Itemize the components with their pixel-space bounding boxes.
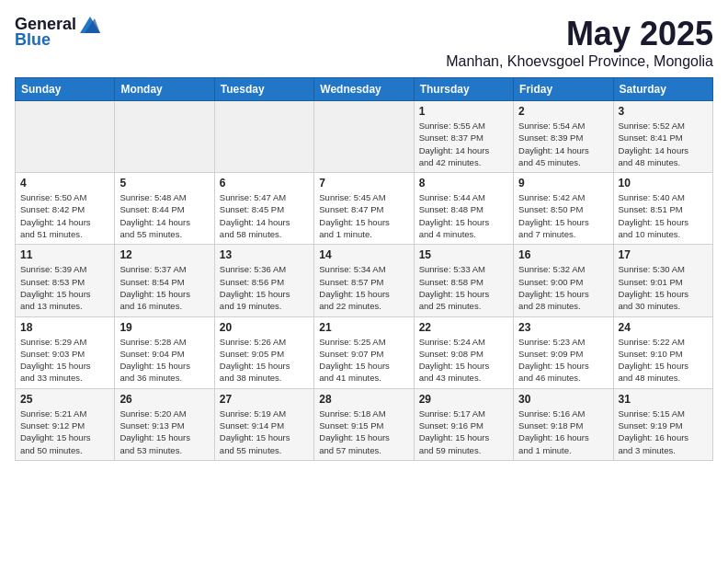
day-number: 26 [119, 393, 209, 406]
column-header-sunday: Sunday [16, 78, 115, 101]
day-info: Sunrise: 5:20 AM Sunset: 9:13 PM Dayligh… [119, 408, 209, 456]
day-info: Sunrise: 5:34 AM Sunset: 8:57 PM Dayligh… [319, 263, 408, 312]
day-number: 10 [619, 177, 708, 190]
calendar-cell: 28Sunrise: 5:18 AM Sunset: 9:15 PM Dayli… [314, 388, 414, 460]
day-info: Sunrise: 5:33 AM Sunset: 8:58 PM Dayligh… [419, 263, 508, 312]
calendar-cell: 26Sunrise: 5:20 AM Sunset: 9:13 PM Dayli… [115, 388, 214, 460]
day-number: 13 [220, 248, 309, 261]
column-header-saturday: Saturday [613, 78, 712, 101]
day-info: Sunrise: 5:52 AM Sunset: 8:41 PM Dayligh… [619, 120, 708, 168]
day-number: 24 [619, 321, 708, 334]
day-info: Sunrise: 5:55 AM Sunset: 8:37 PM Dayligh… [419, 120, 508, 168]
day-info: Sunrise: 5:29 AM Sunset: 9:03 PM Dayligh… [20, 336, 109, 385]
day-info: Sunrise: 5:19 AM Sunset: 9:14 PM Dayligh… [220, 408, 309, 456]
column-header-thursday: Thursday [414, 78, 513, 101]
calendar-cell: 21Sunrise: 5:25 AM Sunset: 9:07 PM Dayli… [314, 316, 414, 388]
day-number: 20 [220, 321, 309, 334]
calendar-cell: 19Sunrise: 5:28 AM Sunset: 9:04 PM Dayli… [115, 316, 214, 388]
page-header: General Blue May 2025 Manhan, Khoevsgoel… [15, 15, 713, 70]
day-number: 4 [20, 177, 109, 190]
calendar-cell: 29Sunrise: 5:17 AM Sunset: 9:16 PM Dayli… [414, 388, 513, 460]
calendar-cell: 4Sunrise: 5:50 AM Sunset: 8:42 PM Daylig… [16, 173, 115, 245]
calendar-cell [314, 101, 414, 173]
day-info: Sunrise: 5:50 AM Sunset: 8:42 PM Dayligh… [20, 191, 109, 240]
day-info: Sunrise: 5:16 AM Sunset: 9:18 PM Dayligh… [518, 408, 608, 456]
calendar-cell: 31Sunrise: 5:15 AM Sunset: 9:19 PM Dayli… [613, 388, 712, 460]
day-info: Sunrise: 5:32 AM Sunset: 9:00 PM Dayligh… [518, 263, 608, 312]
day-info: Sunrise: 5:17 AM Sunset: 9:16 PM Dayligh… [419, 408, 508, 456]
day-number: 12 [119, 248, 209, 261]
day-info: Sunrise: 5:24 AM Sunset: 9:08 PM Dayligh… [419, 336, 508, 385]
column-header-wednesday: Wednesday [314, 78, 414, 101]
day-number: 27 [220, 393, 309, 406]
calendar-cell: 18Sunrise: 5:29 AM Sunset: 9:03 PM Dayli… [16, 316, 115, 388]
day-info: Sunrise: 5:23 AM Sunset: 9:09 PM Dayligh… [518, 336, 608, 385]
location-subtitle: Manhan, Khoevsgoel Province, Mongolia [446, 53, 713, 70]
day-info: Sunrise: 5:40 AM Sunset: 8:51 PM Dayligh… [619, 191, 708, 240]
calendar-cell: 30Sunrise: 5:16 AM Sunset: 9:18 PM Dayli… [514, 388, 613, 460]
day-info: Sunrise: 5:48 AM Sunset: 8:44 PM Dayligh… [119, 191, 209, 240]
day-number: 16 [518, 248, 608, 261]
calendar-cell: 9Sunrise: 5:42 AM Sunset: 8:50 PM Daylig… [514, 173, 613, 245]
calendar-cell: 8Sunrise: 5:44 AM Sunset: 8:48 PM Daylig… [414, 173, 513, 245]
day-number: 5 [119, 177, 209, 190]
day-number: 22 [419, 321, 508, 334]
calendar-header-row: SundayMondayTuesdayWednesdayThursdayFrid… [16, 78, 713, 101]
day-info: Sunrise: 5:28 AM Sunset: 9:04 PM Dayligh… [119, 336, 209, 385]
calendar-week-row: 11Sunrise: 5:39 AM Sunset: 8:53 PM Dayli… [16, 245, 713, 316]
calendar-cell: 16Sunrise: 5:32 AM Sunset: 9:00 PM Dayli… [514, 245, 613, 316]
column-header-monday: Monday [115, 78, 214, 101]
calendar-cell: 1Sunrise: 5:55 AM Sunset: 8:37 PM Daylig… [414, 101, 513, 173]
day-number: 25 [20, 393, 109, 406]
day-info: Sunrise: 5:36 AM Sunset: 8:56 PM Dayligh… [220, 263, 309, 312]
calendar-cell [16, 101, 115, 173]
day-number: 7 [319, 177, 408, 190]
day-number: 1 [419, 105, 508, 118]
day-number: 28 [319, 393, 408, 406]
calendar-cell: 11Sunrise: 5:39 AM Sunset: 8:53 PM Dayli… [16, 245, 115, 316]
calendar-week-row: 18Sunrise: 5:29 AM Sunset: 9:03 PM Dayli… [16, 316, 713, 388]
day-info: Sunrise: 5:42 AM Sunset: 8:50 PM Dayligh… [518, 191, 608, 240]
day-info: Sunrise: 5:18 AM Sunset: 9:15 PM Dayligh… [319, 408, 408, 456]
day-info: Sunrise: 5:47 AM Sunset: 8:45 PM Dayligh… [220, 191, 309, 240]
day-number: 21 [319, 321, 408, 334]
day-info: Sunrise: 5:54 AM Sunset: 8:39 PM Dayligh… [518, 120, 608, 168]
calendar-table: SundayMondayTuesdayWednesdayThursdayFrid… [15, 77, 713, 461]
calendar-cell: 13Sunrise: 5:36 AM Sunset: 8:56 PM Dayli… [214, 245, 313, 316]
calendar-cell: 24Sunrise: 5:22 AM Sunset: 9:10 PM Dayli… [613, 316, 712, 388]
column-header-tuesday: Tuesday [214, 78, 313, 101]
day-info: Sunrise: 5:45 AM Sunset: 8:47 PM Dayligh… [319, 191, 408, 240]
day-number: 14 [319, 248, 408, 261]
logo: General Blue [15, 15, 100, 50]
calendar-cell: 2Sunrise: 5:54 AM Sunset: 8:39 PM Daylig… [514, 101, 613, 173]
day-info: Sunrise: 5:26 AM Sunset: 9:05 PM Dayligh… [220, 336, 309, 385]
day-number: 19 [119, 321, 209, 334]
day-info: Sunrise: 5:22 AM Sunset: 9:10 PM Dayligh… [619, 336, 708, 385]
day-number: 2 [518, 105, 608, 118]
day-number: 23 [518, 321, 608, 334]
logo-icon [80, 17, 100, 33]
calendar-cell: 25Sunrise: 5:21 AM Sunset: 9:12 PM Dayli… [16, 388, 115, 460]
day-number: 6 [220, 177, 309, 190]
month-year-title: May 2025 [446, 15, 713, 53]
day-info: Sunrise: 5:39 AM Sunset: 8:53 PM Dayligh… [20, 263, 109, 312]
calendar-cell [115, 101, 214, 173]
calendar-cell: 17Sunrise: 5:30 AM Sunset: 9:01 PM Dayli… [613, 245, 712, 316]
calendar-cell: 6Sunrise: 5:47 AM Sunset: 8:45 PM Daylig… [214, 173, 313, 245]
day-number: 15 [419, 248, 508, 261]
calendar-cell: 12Sunrise: 5:37 AM Sunset: 8:54 PM Dayli… [115, 245, 214, 316]
calendar-cell: 20Sunrise: 5:26 AM Sunset: 9:05 PM Dayli… [214, 316, 313, 388]
calendar-cell: 23Sunrise: 5:23 AM Sunset: 9:09 PM Dayli… [514, 316, 613, 388]
calendar-cell [214, 101, 313, 173]
day-info: Sunrise: 5:21 AM Sunset: 9:12 PM Dayligh… [20, 408, 109, 456]
day-number: 17 [619, 248, 708, 261]
calendar-cell: 27Sunrise: 5:19 AM Sunset: 9:14 PM Dayli… [214, 388, 313, 460]
calendar-cell: 7Sunrise: 5:45 AM Sunset: 8:47 PM Daylig… [314, 173, 414, 245]
day-number: 29 [419, 393, 508, 406]
day-number: 18 [20, 321, 109, 334]
day-number: 11 [20, 248, 109, 261]
day-info: Sunrise: 5:30 AM Sunset: 9:01 PM Dayligh… [619, 263, 708, 312]
logo-blue-text: Blue [15, 30, 51, 50]
day-info: Sunrise: 5:37 AM Sunset: 8:54 PM Dayligh… [119, 263, 209, 312]
day-number: 31 [619, 393, 708, 406]
